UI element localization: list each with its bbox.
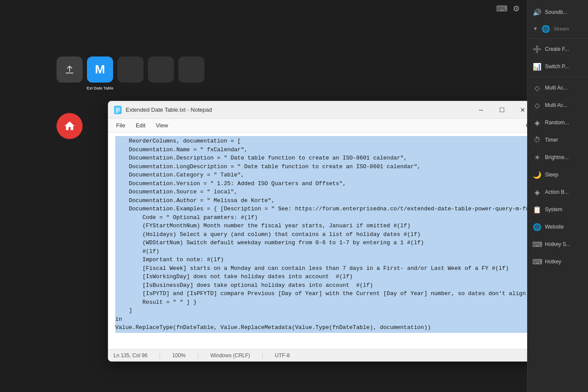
panel-item-website[interactable]: 🌐 Website: [528, 218, 588, 236]
timer-icon: ⏱: [533, 136, 541, 144]
cursor-position: Ln 135, Col 96: [114, 352, 147, 359]
soundboard-label: Soundb...: [545, 9, 567, 15]
create-f-label: Create F...: [545, 46, 569, 52]
multi-ac1-label: Multi Ac...: [545, 85, 568, 91]
window-controls: ─ ☐ ✕: [471, 103, 533, 116]
panel-item-sleep[interactable]: 🌙 Sleep: [528, 166, 588, 183]
timer-label: Timer: [545, 137, 558, 143]
file-menu[interactable]: File: [112, 120, 130, 130]
svg-rect-0: [114, 106, 121, 114]
website-icon: 🌐: [533, 223, 541, 231]
line-ending: Windows (CRLF): [210, 352, 250, 359]
back-button-container: [57, 56, 83, 83]
hotkey-s-label: Hotkey S...: [545, 241, 571, 247]
right-panel: 🔊 Soundb... ▼ 🌐 Stream ➕ Create F... 📊 S…: [527, 0, 588, 392]
maximize-button[interactable]: ☐: [492, 103, 512, 116]
notepad-icon: [114, 106, 122, 114]
action-b-icon: ◈: [533, 188, 541, 196]
desktop: ⌨ ⚙ M Ext Date Table: [0, 0, 588, 392]
panel-collapse-stream[interactable]: ▼ 🌐 Stream: [528, 21, 588, 37]
panel-divider-1: [528, 38, 588, 39]
brightness-icon: ☀: [533, 153, 541, 162]
notepad-window: Extended Date Table.txt - Notepad ─ ☐ ✕ …: [108, 101, 538, 362]
top-right-icons: ⌨ ⚙: [491, 0, 525, 17]
m-letter: M: [95, 63, 105, 76]
sleep-label: Sleep: [545, 172, 558, 178]
panel-item-switch-p[interactable]: 📊 Switch P...: [528, 58, 588, 75]
notepad-statusbar: Ln 135, Col 96 100% Windows (CRLF) UTF-8: [108, 349, 538, 361]
zoom-level: 100%: [172, 352, 186, 359]
upload-icon: [64, 64, 75, 75]
panel-item-random[interactable]: ◈ Random...: [528, 114, 588, 131]
plus-icon: ➕: [533, 45, 541, 53]
settings-icon[interactable]: ⚙: [513, 4, 520, 13]
notepad-content[interactable]: ReorderColumns, documentation = [ Docume…: [108, 133, 538, 349]
panel-item-system[interactable]: 📋 System: [528, 201, 588, 218]
house-icon: [63, 120, 76, 132]
soundboard-icon: 🔊: [533, 8, 541, 17]
panel-item-hotkey[interactable]: ⌨ Hotkey: [528, 253, 588, 270]
multi-ac2-icon: ◇: [533, 101, 541, 110]
m-app-icon[interactable]: M Ext Date Table: [87, 56, 113, 83]
globe-icon-stream: 🌐: [541, 24, 550, 33]
panel-item-action-b[interactable]: ◈ Action B...: [528, 183, 588, 201]
panel-item-brightness[interactable]: ☀ Brightne...: [528, 149, 588, 166]
edit-menu[interactable]: Edit: [131, 120, 150, 130]
hotkey-s-icon: ⌨: [533, 240, 541, 249]
chevron-down-icon: ▼: [533, 26, 538, 32]
m-app-label: Ext Date Table: [87, 86, 113, 90]
system-label: System: [545, 206, 562, 213]
action-b-label: Action B...: [545, 189, 569, 195]
panel-item-multi-ac1[interactable]: ◇ Multi Ac...: [528, 79, 588, 96]
panel-item-timer[interactable]: ⏱ Timer: [528, 131, 588, 149]
keyboard-icon[interactable]: ⌨: [496, 4, 508, 13]
notepad-menubar: File Edit View ⚙: [108, 119, 538, 133]
home-icon[interactable]: [57, 113, 83, 139]
status-separator-3: [262, 352, 263, 359]
m-app-container: M Ext Date Table: [87, 56, 113, 83]
app2-icon[interactable]: [117, 56, 144, 83]
app3-container: [148, 56, 174, 83]
multi-ac2-label: Multi Ac...: [545, 102, 568, 108]
brightness-label: Brightne...: [545, 154, 569, 160]
panel-item-hotkey-s[interactable]: ⌨ Hotkey S...: [528, 236, 588, 253]
app3-icon[interactable]: [148, 56, 174, 83]
website-label: Website: [545, 224, 564, 230]
switch-p-label: Switch P...: [545, 63, 569, 70]
status-separator-1: [160, 352, 160, 359]
sleep-icon: 🌙: [533, 170, 541, 179]
app4-icon[interactable]: [178, 56, 204, 83]
panel-item-multi-ac2[interactable]: ◇ Multi Ac...: [528, 96, 588, 114]
notepad-title: Extended Date Table.txt - Notepad: [126, 106, 471, 113]
panel-item-create-f[interactable]: ➕ Create F...: [528, 40, 588, 58]
system-icon: 📋: [533, 205, 541, 214]
hotkey-label: Hotkey: [545, 259, 561, 265]
multi-ac1-icon: ◇: [533, 83, 541, 92]
app2-container: [117, 56, 144, 83]
back-button[interactable]: [57, 56, 83, 83]
home-icon-container: [57, 113, 83, 139]
status-separator-2: [198, 352, 198, 359]
code-content: ReorderColumns, documentation = [ Docume…: [115, 136, 531, 333]
panel-divider-2: [528, 77, 588, 77]
hotkey-icon: ⌨: [533, 257, 541, 266]
table-icon: 📊: [533, 62, 541, 71]
encoding: UTF-8: [275, 352, 290, 359]
panel-item-soundboard[interactable]: 🔊 Soundb...: [528, 3, 588, 21]
random-icon: ◈: [533, 118, 541, 127]
app4-container: [178, 56, 204, 83]
view-menu[interactable]: View: [151, 120, 172, 130]
minimize-button[interactable]: ─: [471, 103, 491, 116]
notepad-titlebar: Extended Date Table.txt - Notepad ─ ☐ ✕: [108, 101, 538, 119]
stream-label: Stream: [554, 26, 569, 31]
random-label: Random...: [545, 120, 569, 126]
